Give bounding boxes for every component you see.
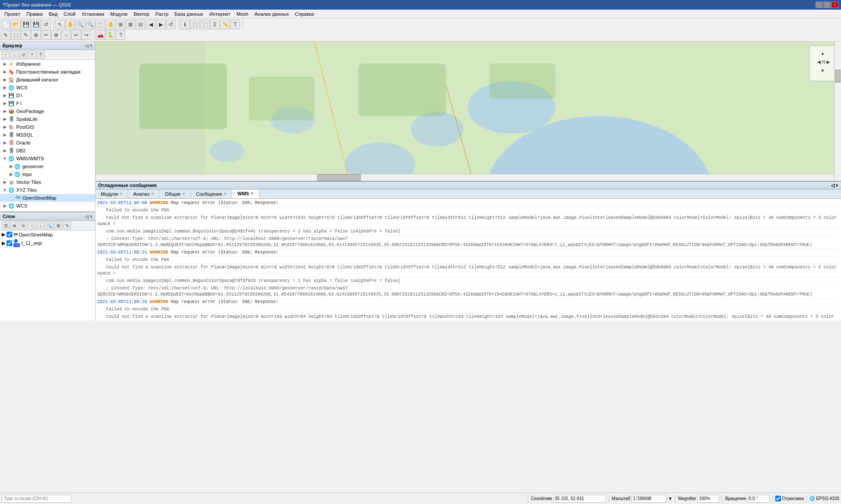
measure-button[interactable]: 📏: [220, 20, 230, 29]
debug-content[interactable]: 2021-03-05T11:06:06 WARNING Map request …: [95, 199, 841, 321]
help-button[interactable]: ?: [116, 30, 125, 40]
browser-collapse-icon[interactable]: ◁: [85, 43, 88, 48]
magnifier-input[interactable]: [697, 495, 719, 503]
zoom-selection-button[interactable]: ⊟: [136, 20, 145, 29]
browser-close-icon[interactable]: ×: [90, 43, 92, 48]
menu-help[interactable]: Справка: [292, 11, 316, 17]
scale-input[interactable]: [632, 495, 667, 503]
menu-vector[interactable]: Вектор: [131, 11, 152, 17]
menu-analysis[interactable]: Анализ данных: [252, 11, 291, 17]
map-scrollbar-horizontal[interactable]: [95, 174, 834, 181]
browser-item-geoserver[interactable]: ▶ 🌐 geoserver: [0, 162, 95, 170]
menu-edit[interactable]: Правка: [24, 11, 45, 17]
debug-close-icon[interactable]: ×: [836, 183, 838, 188]
save-as-button[interactable]: 💾: [31, 20, 41, 29]
browser-item-home[interactable]: ▶ 🏠 Домашний каталог: [0, 76, 95, 84]
tab-general[interactable]: Общие ×: [159, 190, 191, 198]
refresh-button[interactable]: ↺: [166, 20, 176, 29]
python-button[interactable]: 🐍: [106, 30, 115, 40]
menu-settings[interactable]: Установки: [79, 11, 107, 17]
identify-button[interactable]: ℹ: [180, 20, 190, 29]
browser-item-mssql[interactable]: ▶ 🗄 MSSQL: [0, 131, 95, 139]
zoom-out-button[interactable]: 🔍: [85, 20, 95, 29]
browser-item-openstreetmap[interactable]: 🗺 OpenStreetMap: [0, 194, 95, 202]
browser-item-postgis[interactable]: ▶ 🐘 PostGIS: [0, 123, 95, 131]
tab-modules[interactable]: Модули ×: [95, 190, 128, 198]
browser-item-geopackage[interactable]: ▶ 📦 GeoPackage: [0, 107, 95, 115]
menu-project[interactable]: Проект: [2, 11, 23, 17]
map-scroll-thumb-h[interactable]: [317, 174, 361, 181]
browser-item-xyz-tiles[interactable]: ▼ 🌐 XYZ Tiles: [0, 186, 95, 194]
pan-button[interactable]: ✋: [65, 20, 75, 29]
browser-item-wcs[interactable]: ▶ 🌐 WCS: [0, 202, 95, 210]
map-area[interactable]: Петрозаводск Онежское озеро Суоярви Пряж…: [95, 42, 841, 181]
debug-collapse-icon[interactable]: ◁: [831, 183, 834, 188]
zoom-full-button[interactable]: ⊞: [116, 20, 125, 29]
digitize-btn1[interactable]: ✎: [1, 30, 11, 40]
browser-item-favorites[interactable]: ▶ ★ Избранное: [0, 60, 95, 68]
browser-toolbar-btn4[interactable]: ⇡: [28, 51, 36, 59]
tab-modules-close[interactable]: ×: [120, 191, 122, 196]
tab-wms[interactable]: WMS ×: [232, 190, 259, 198]
pan-map-button[interactable]: 🤚: [106, 20, 115, 29]
scale-dropdown-icon[interactable]: ▼: [668, 496, 672, 501]
rotation-input[interactable]: [748, 495, 770, 503]
browser-item-d1[interactable]: ▶ 💾 D:\: [0, 92, 95, 99]
revert-button[interactable]: ↺: [41, 20, 51, 29]
menu-layer[interactable]: Слой: [61, 11, 78, 17]
zoom-in-button[interactable]: 🔍: [75, 20, 85, 29]
browser-item-wms-wmts[interactable]: ▼ 🌐 WMS/WMTS: [0, 155, 95, 162]
menu-internet[interactable]: Интернет: [207, 11, 233, 17]
digitize-btn8[interactable]: ↩: [71, 30, 81, 40]
browser-item-oracle[interactable]: ▶ 🗄 Oracle: [0, 139, 95, 147]
digitize-btn5[interactable]: ✂: [41, 30, 51, 40]
new-project-button[interactable]: 📄: [1, 20, 11, 29]
menu-plugins[interactable]: Модули: [108, 11, 130, 17]
layers-filter-btn[interactable]: 🔍: [46, 222, 53, 229]
tab-analysis[interactable]: Анализ ×: [128, 190, 159, 198]
deselect-button[interactable]: ⬚: [200, 20, 210, 29]
map-scrollbar-vertical[interactable]: [834, 42, 841, 181]
layer-item-t11wqs[interactable]: ▶ 🔵 t_11_wqs: [0, 238, 95, 248]
render-checkbox[interactable]: [775, 496, 781, 501]
digitize-btn3[interactable]: ✎: [21, 30, 31, 40]
digitize-btn9[interactable]: ↪: [81, 30, 91, 40]
layers-down-btn[interactable]: ↓: [37, 222, 45, 229]
digitize-btn7[interactable]: →: [61, 30, 71, 40]
menu-database[interactable]: База данных: [172, 11, 206, 17]
browser-toolbar-btn2[interactable]: ↓: [11, 51, 18, 59]
statistics-button[interactable]: Σ: [210, 20, 220, 29]
browser-item-wfs-ogcapi[interactable]: ▼ 🌐 WFS / OGC API - Features: [0, 210, 95, 211]
browser-item-spatialite[interactable]: ▶ 🗄 SpatiaLite: [0, 115, 95, 123]
crs-label[interactable]: EPSG:4326: [816, 496, 839, 501]
tab-general-close[interactable]: ×: [182, 191, 185, 196]
text-annotation-button[interactable]: T: [230, 20, 240, 29]
select-button[interactable]: ⬚: [190, 20, 200, 29]
zoom-prev-button[interactable]: ◀: [146, 20, 155, 29]
locate-search-input[interactable]: [2, 495, 72, 503]
zoom-rubber-button[interactable]: ⬚: [95, 20, 105, 29]
layer-item-openstreetmap[interactable]: ▶ 🗺 OpenStreetMap: [0, 231, 95, 238]
browser-toolbar-btn1[interactable]: ↑: [2, 51, 10, 59]
open-project-button[interactable]: 📂: [11, 20, 21, 29]
digitize-btn6[interactable]: ⊗: [51, 30, 61, 40]
menu-raster[interactable]: Растр: [153, 11, 171, 17]
coordinate-input[interactable]: [554, 495, 606, 503]
map-scroll-thumb-v[interactable]: [835, 70, 841, 83]
layer-visibility-t11[interactable]: [7, 240, 12, 246]
tab-messages[interactable]: Сообщения ×: [191, 190, 232, 198]
digitize-btn4[interactable]: ⊕: [31, 30, 41, 40]
tab-wms-close[interactable]: ×: [251, 191, 254, 196]
layer-visibility-osm[interactable]: [7, 232, 12, 237]
layers-up-btn[interactable]: ↑: [28, 222, 36, 229]
zoom-next-button[interactable]: ▶: [156, 20, 166, 29]
menu-mesh[interactable]: Mesh: [234, 11, 251, 17]
zoom-layer-button[interactable]: ⊠: [126, 20, 135, 29]
browser-toolbar-btn3[interactable]: ↺: [19, 51, 27, 59]
minimize-button[interactable]: –: [816, 2, 823, 8]
browser-item-wcs0[interactable]: ▶ 🌐 WCS: [0, 84, 95, 92]
layers-add-btn[interactable]: ⊕: [11, 222, 18, 229]
menu-view[interactable]: Вид: [46, 11, 60, 17]
browser-item-topo[interactable]: ▶ 🌐 topo: [0, 170, 95, 178]
browser-item-spatial-bookmarks[interactable]: ▶ 🔖 Пространственные закладки: [0, 68, 95, 76]
